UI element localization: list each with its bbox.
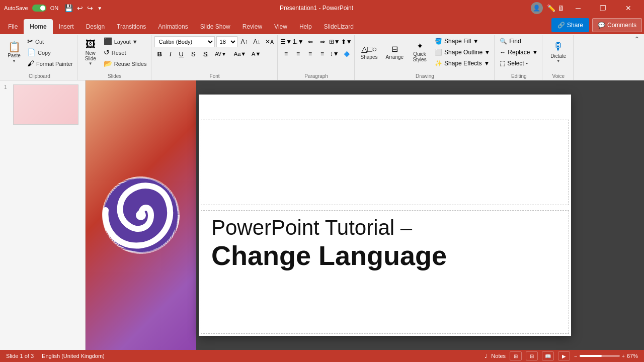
replace-button[interactable]: ↔ Replace ▼ (498, 47, 540, 57)
tab-file[interactable]: File (2, 19, 24, 34)
shape-outline-button[interactable]: ⬜ Shape Outline ▼ (433, 47, 492, 57)
reading-view-button[interactable]: 📖 (542, 351, 554, 360)
copy-icon: 📄 (27, 49, 36, 56)
change-case-button[interactable]: Aa▼ (231, 48, 249, 59)
tab-design[interactable]: Design (80, 19, 111, 34)
quick-styles-button[interactable]: ✦ QuickStyles (409, 40, 431, 65)
bullets-button[interactable]: ☰▼ (281, 36, 292, 47)
align-center-button[interactable]: ≡ (293, 48, 304, 59)
slide[interactable]: PowerPoint Tutorial – Change Language (199, 95, 571, 336)
comments-button[interactable]: 💬 Comments (592, 18, 642, 32)
dictate-button[interactable]: 🎙 Dictate ▼ (547, 36, 569, 68)
tab-slidelizard[interactable]: SlideLizard (318, 19, 360, 34)
slide-sorter-button[interactable]: ⊟ (526, 351, 538, 360)
close-button[interactable]: ✕ (617, 0, 640, 16)
layout-button[interactable]: ⬛ Layout ▼ (102, 36, 149, 46)
tab-help[interactable]: Help (293, 19, 318, 34)
columns-button[interactable]: ⊞▼ (329, 36, 340, 47)
quick-access-icon[interactable]: ▼ (97, 6, 102, 11)
smart-art-button[interactable]: 🔷 (341, 48, 352, 59)
redo-icon[interactable]: ↪ (87, 4, 93, 12)
slide-thumbnail-1[interactable]: 1 (4, 84, 81, 125)
left-decoration (86, 80, 196, 350)
font-size-select[interactable]: 18 (216, 36, 237, 47)
numbering-button[interactable]: 1.▼ (293, 36, 304, 47)
increase-font-button[interactable]: A↑ (239, 36, 250, 47)
share-icon: 🔗 (557, 22, 565, 29)
new-slide-button[interactable]: 🖼 NewSlide ▼ (80, 36, 101, 68)
statusbar: Slide 1 of 3 English (United Kingdom) ♩ … (0, 350, 644, 362)
justify-button[interactable]: ≡ (317, 48, 328, 59)
share-button[interactable]: 🔗 Share (551, 18, 589, 32)
select-button[interactable]: ⬚ Select - (498, 58, 540, 68)
tab-insert[interactable]: Insert (53, 19, 80, 34)
collapse-ribbon-button[interactable]: ⌃ (632, 34, 642, 44)
decrease-indent-button[interactable]: ⇐ (305, 36, 316, 47)
reuse-slides-button[interactable]: 📂 Reuse Slides (102, 58, 149, 68)
new-slide-icon: 🖼 (86, 39, 96, 49)
save-icon[interactable]: 💾 (64, 4, 73, 12)
tab-animations[interactable]: Animations (152, 19, 194, 34)
minimize-button[interactable]: ─ (567, 0, 590, 16)
line-spacing-button[interactable]: ↕▼ (329, 48, 340, 59)
decrease-font-button[interactable]: A↓ (252, 36, 263, 47)
tab-transitions[interactable]: Transitions (111, 19, 152, 34)
italic-button[interactable]: I (167, 48, 175, 59)
undo-icon[interactable]: ↩ (77, 4, 83, 12)
tab-review[interactable]: Review (236, 19, 268, 34)
font-color-button[interactable]: A▼ (251, 48, 262, 59)
tab-view[interactable]: View (268, 19, 293, 34)
ribbon-group-drawing: △□○ Shapes ⊟ Arrange ✦ QuickStyles (356, 35, 495, 80)
zoom-slider-fill (580, 355, 602, 357)
arrange-button[interactable]: ⊟ Arrange (383, 40, 407, 65)
restore-button[interactable]: ❐ (592, 0, 615, 16)
char-spacing-button[interactable]: AV▼ (212, 48, 229, 59)
font-family-select[interactable]: Calibri (Body) (154, 36, 215, 47)
shape-fill-button[interactable]: 🪣 Shape Fill ▼ (433, 36, 492, 46)
zoom-level[interactable]: 67% (627, 353, 638, 359)
notes-button[interactable]: Notes (491, 353, 506, 359)
shape-effects-button[interactable]: ✨ Shape Effects ▼ (433, 58, 492, 68)
tab-home[interactable]: Home (24, 19, 52, 34)
cut-button[interactable]: ✂ Cut (25, 36, 75, 46)
paste-button[interactable]: 📋 Paste ▼ (4, 36, 24, 68)
bold-button[interactable]: B (154, 48, 165, 59)
align-right-button[interactable]: ≡ (305, 48, 316, 59)
text-direction-button[interactable]: ⬆▼ (341, 36, 352, 47)
ribbon-group-paragraph: ☰▼ 1.▼ ⇐ ⇒ ⊞▼ ⬆▼ ≡ ≡ ≡ ≡ ↕▼ 🔷 Paragraph (279, 35, 355, 80)
language-info[interactable]: English (United Kingdom) (42, 353, 105, 359)
format-painter-button[interactable]: 🖌 Format Painter (25, 58, 75, 68)
presentation-mode-button[interactable]: ▶ (558, 351, 570, 360)
reset-icon: ↺ (104, 49, 110, 56)
main-area: 1 PowerPoint Tutorial – (0, 80, 644, 350)
user-avatar[interactable]: 👤 (531, 2, 543, 14)
underline-button[interactable]: U (176, 48, 187, 59)
autosave-toggle[interactable] (32, 5, 46, 12)
slide-thumb[interactable] (13, 84, 78, 125)
format-painter-icon: 🖌 (27, 60, 34, 67)
zoom-out-button[interactable]: − (574, 353, 577, 359)
slide-panel: 1 (0, 80, 86, 350)
find-button[interactable]: 🔍 Find (498, 36, 540, 46)
clear-format-button[interactable]: ✕A (264, 36, 275, 47)
increase-indent-button[interactable]: ⇒ (317, 36, 328, 47)
ribbon-group-editing: 🔍 Find ↔ Replace ▼ ⬚ Select - Editing (496, 35, 542, 80)
shapes-button[interactable]: △□○ Shapes (358, 40, 381, 65)
align-left-button[interactable]: ≡ (281, 48, 292, 59)
slide-content-box[interactable]: PowerPoint Tutorial – Change Language (201, 210, 569, 334)
slide-title-box[interactable] (201, 120, 569, 205)
normal-view-button[interactable]: ⊞ (510, 351, 522, 360)
zoom-in-button[interactable]: + (622, 353, 625, 359)
titlebar-right: 👤 ✏️ 🖥 ─ ❐ ✕ (531, 0, 640, 16)
feedback-icon[interactable]: ✏️ (547, 4, 555, 12)
zoom-slider[interactable] (580, 355, 620, 357)
strikethrough-button[interactable]: S (188, 48, 199, 59)
reset-button[interactable]: ↺ Reset (102, 47, 149, 57)
zoom-controls: − + 67% (574, 353, 638, 359)
drawing-label: Drawing (416, 73, 434, 79)
copy-button[interactable]: 📄 Copy (25, 47, 75, 57)
shadow-button[interactable]: S (200, 48, 211, 59)
ribbon-display-icon[interactable]: 🖥 (557, 4, 565, 12)
ribbon-group-font: Calibri (Body) 18 A↑ A↓ ✕A B I U S S AV▼ (152, 35, 278, 80)
tab-slideshow[interactable]: Slide Show (194, 19, 236, 34)
